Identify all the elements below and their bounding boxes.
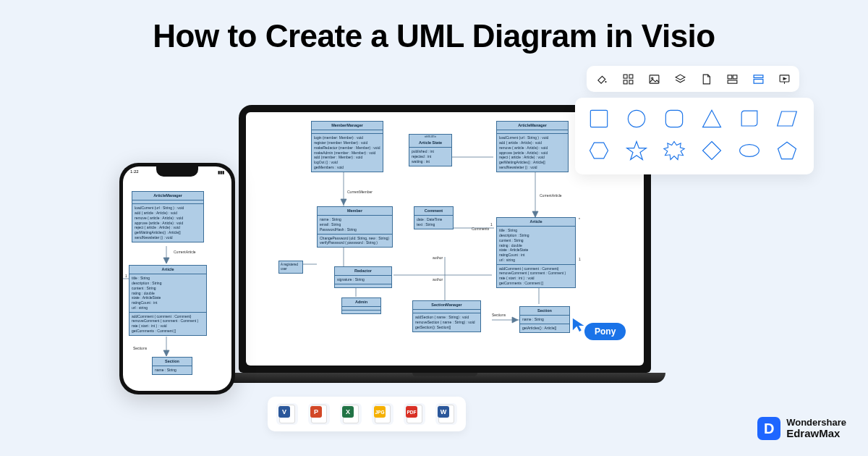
uml-class-section-phone: Section name : String [152,357,192,375]
shape-leaf[interactable] [737,108,765,132]
laptop-hinge-notch [412,373,477,376]
svg-marker-1 [341,199,346,205]
uml-title: SectionManager [413,301,480,310]
brand-text: Wondershare EdrawMax [786,418,846,440]
export-bar: V P X JPG PDF W [268,397,466,431]
uml-canvas-phone: ArticleManager loadCurrent (url : String… [123,166,231,391]
uml-title: Redactor [335,267,391,276]
uml-class-member: Member name : String email : String Pass… [317,206,393,248]
page-title: How to Create a UML Diagram in Visio [0,18,868,54]
toolbar [587,66,799,92]
shape-rounded-square[interactable] [662,108,689,132]
uml-label-currentmember: CurrentMember [347,190,373,194]
shape-diamond[interactable] [699,140,727,164]
uml-class-membermanager: MemberManager login (member: Member) : v… [311,121,383,172]
uml-title: ArticleManager [497,122,568,130]
uml-label-comments: Comments [472,227,489,231]
svg-marker-36 [703,110,721,127]
export-excel-icon[interactable]: X [340,403,362,425]
uml-title: Admin [342,298,380,307]
svg-marker-18 [163,350,169,356]
collaborator-tag: Pony [584,323,626,340]
brand-icon: D [757,417,780,440]
export-jpg-icon[interactable]: JPG [372,403,393,425]
uml-title: Article State [409,139,451,148]
svg-rect-31 [754,79,763,83]
uml-mult: 1 [579,257,581,261]
uml-class-articlemanager-phone: ArticleManager loadCurrent (url : String… [132,191,204,242]
collaborator-cursor: Pony [571,317,587,333]
svg-point-34 [628,110,644,127]
phone-notch [156,166,198,177]
uml-label-currentarticle-phone: CurrentArticle [174,250,196,254]
phone-mockup: 1:22 ▮▮▮ ArticleManager loadCurrent (url… [119,163,235,394]
svg-rect-35 [665,110,682,127]
svg-rect-22 [629,75,632,78]
image-insert-icon[interactable] [647,72,660,85]
uml-mult: 1 [490,222,493,227]
svg-rect-24 [629,80,632,83]
brand-logo: D Wondershare EdrawMax [757,417,846,440]
uml-label-sections-phone: Sections [133,346,147,350]
template-icon[interactable] [752,72,765,85]
uml-class-article: Article title : String description : Str… [496,217,576,288]
export-visio-icon[interactable]: V [276,403,298,425]
uml-title: Comment [414,207,453,216]
export-powerpoint-icon[interactable]: P [308,403,330,425]
shape-pentagon[interactable] [775,140,802,164]
layers-icon[interactable] [673,72,686,85]
laptop-base [224,373,665,383]
shape-panel [575,98,814,174]
shape-circle[interactable] [624,108,652,132]
uml-class-section: Section name : String getArticles() : Ar… [519,306,570,333]
shape-hexagon[interactable] [587,140,614,164]
shape-parallelogram[interactable] [775,108,802,132]
svg-marker-13 [512,317,518,323]
align-icon[interactable] [726,72,739,85]
svg-rect-33 [590,110,607,127]
svg-marker-16 [163,258,169,263]
export-pdf-icon[interactable]: PDF [404,403,425,425]
phone-screen: 1:22 ▮▮▮ ArticleManager loadCurrent (url… [123,166,231,391]
uml-class-redactor: Redactor signature : String [334,266,392,288]
uml-class-articlemanager: ArticleManager loadCurrent (url : String… [496,121,569,172]
shape-star[interactable] [624,140,652,164]
uml-title: Member [318,207,392,216]
svg-rect-29 [728,80,737,83]
svg-rect-28 [733,75,737,78]
shape-burst[interactable] [662,140,689,164]
uml-class-sectionmanager: SectionManager addSection ( name : Strin… [412,300,481,332]
shape-triangle[interactable] [699,108,727,132]
svg-marker-38 [590,143,608,159]
uml-class-article-phone: Article title : String description : Str… [129,265,207,336]
uml-mult-phone: 1 [125,274,127,278]
shape-ellipse[interactable] [737,140,765,164]
uml-title: Article [497,218,575,227]
uml-label-author: author [433,277,443,282]
uml-class-comment: Comment date : DateTime text : String [414,206,454,229]
fill-bucket-icon[interactable] [595,72,608,85]
svg-rect-25 [650,75,659,83]
present-icon[interactable] [778,72,791,85]
grid-app-icon[interactable] [621,72,634,85]
uml-label-sections: Sections [492,313,506,317]
svg-point-42 [740,145,760,157]
uml-ops: login (member: Member) : void register (… [312,134,383,171]
svg-marker-39 [627,142,647,160]
uml-title: Section [520,307,569,316]
uml-mult: * [579,217,580,221]
svg-marker-41 [703,142,721,160]
uml-title: MemberManager [312,122,383,130]
svg-marker-43 [778,142,796,159]
svg-point-20 [605,80,606,82]
page-icon[interactable] [699,72,712,85]
uml-class-admin: Admin [341,297,381,314]
svg-rect-23 [624,80,627,83]
svg-rect-27 [728,75,732,78]
svg-rect-21 [624,75,627,78]
uml-enum-articlestate: «enum» Article State published : int rej… [409,134,452,166]
svg-marker-3 [532,211,538,217]
export-word-icon[interactable]: W [435,403,457,425]
shape-square[interactable] [587,108,614,132]
svg-rect-30 [754,75,763,77]
